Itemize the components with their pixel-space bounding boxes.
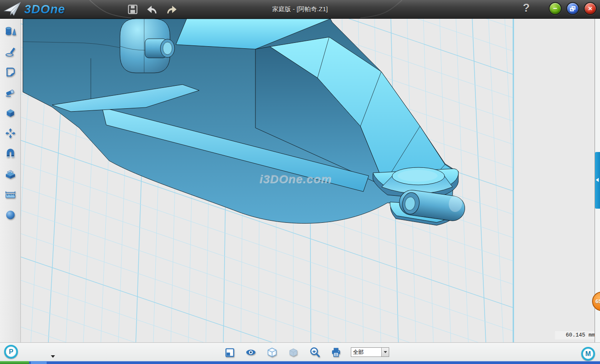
start-button-sliver[interactable] bbox=[0, 361, 29, 364]
sidebar-item-sketch-plane[interactable] bbox=[3, 66, 18, 78]
restore-icon bbox=[570, 6, 575, 11]
eye-icon bbox=[245, 347, 257, 358]
title-bar: 3DOne 家庭版 - [阿帕奇.Z1] ? bbox=[0, 0, 600, 19]
sidebar-item-erase[interactable] bbox=[3, 87, 18, 98]
taskbar-highlight bbox=[0, 361, 600, 362]
profile-m-badge[interactable]: M bbox=[581, 347, 595, 361]
view-toolbar: 全部 bbox=[223, 343, 389, 362]
display-filter-value: 全部 bbox=[351, 348, 381, 357]
sidebar-item-material[interactable] bbox=[3, 209, 18, 221]
minimize-button[interactable]: − bbox=[549, 2, 562, 15]
app-logo: 3DOne bbox=[3, 2, 65, 17]
tool-sidebar bbox=[0, 19, 21, 342]
help-button[interactable]: ? bbox=[520, 2, 532, 17]
chevron-left-icon bbox=[596, 178, 599, 182]
titlebar-quick-tools bbox=[126, 0, 178, 19]
move-arrows-icon bbox=[5, 128, 16, 139]
sketch-pen-icon bbox=[5, 46, 16, 57]
app-logo-text: 3DOne bbox=[24, 2, 65, 16]
print-button[interactable] bbox=[330, 346, 342, 359]
sidebar-item-assembly[interactable] bbox=[3, 148, 18, 160]
wireframe-display-button[interactable] bbox=[266, 346, 278, 359]
sketch-plane-icon bbox=[5, 67, 16, 77]
shaded-display-button[interactable] bbox=[287, 346, 300, 359]
magnet-icon bbox=[5, 148, 16, 159]
sidebar-item-measure[interactable] bbox=[3, 189, 18, 200]
ruler-icon bbox=[5, 189, 16, 199]
feature-cube-icon bbox=[5, 107, 16, 118]
pane-icon bbox=[224, 347, 235, 358]
printer-icon bbox=[330, 347, 342, 358]
chevron-down-icon bbox=[384, 351, 387, 353]
taskbar-task-sliver[interactable] bbox=[31, 361, 47, 364]
magnifier-icon bbox=[309, 347, 320, 358]
titlebar-curve-decoration bbox=[0, 0, 600, 19]
redo-arrow-icon bbox=[166, 4, 178, 15]
os-taskbar-sliver bbox=[0, 361, 600, 364]
undo-button[interactable] bbox=[146, 3, 158, 16]
wireframe-cube-icon bbox=[267, 347, 278, 358]
status-bar: P bbox=[0, 342, 600, 361]
sidebar-item-move[interactable] bbox=[3, 127, 18, 139]
viewport-3d[interactable]: i3DOne.com 60.145 mm 65 bbox=[21, 19, 600, 342]
dropdown-button[interactable] bbox=[381, 348, 389, 357]
view-pane-button[interactable] bbox=[223, 346, 236, 359]
panel-expand-tab[interactable] bbox=[595, 152, 600, 209]
p-badge-caret-icon[interactable] bbox=[51, 355, 55, 358]
eraser-icon bbox=[5, 87, 16, 98]
box-stack-icon bbox=[5, 169, 16, 180]
paper-plane-icon bbox=[3, 1, 22, 17]
primitives-icon bbox=[5, 26, 16, 37]
redo-button[interactable] bbox=[165, 3, 178, 16]
undo-arrow-icon bbox=[146, 4, 158, 15]
apache-model bbox=[21, 19, 600, 342]
dimension-readout: 60.145 mm bbox=[555, 331, 597, 339]
save-button[interactable] bbox=[126, 3, 139, 16]
shaded-cube-icon bbox=[288, 347, 299, 358]
material-sphere-icon bbox=[5, 209, 16, 220]
zoom-button[interactable] bbox=[308, 346, 321, 359]
sidebar-item-features[interactable] bbox=[3, 107, 18, 119]
display-filter-dropdown[interactable]: 全部 bbox=[351, 347, 389, 357]
visibility-button[interactable] bbox=[245, 346, 257, 359]
close-button[interactable]: × bbox=[584, 2, 597, 15]
sidebar-item-sketch[interactable] bbox=[3, 46, 18, 57]
sidebar-item-special-features[interactable] bbox=[3, 168, 18, 180]
restore-button[interactable] bbox=[566, 2, 579, 15]
3done-app-window: 3DOne 家庭版 - [阿帕奇.Z1] ? bbox=[0, 0, 600, 364]
save-floppy-icon bbox=[127, 4, 138, 15]
window-controls: − × bbox=[549, 2, 597, 15]
profile-p-badge[interactable]: P bbox=[4, 345, 18, 359]
sidebar-item-primitives[interactable] bbox=[3, 25, 18, 37]
